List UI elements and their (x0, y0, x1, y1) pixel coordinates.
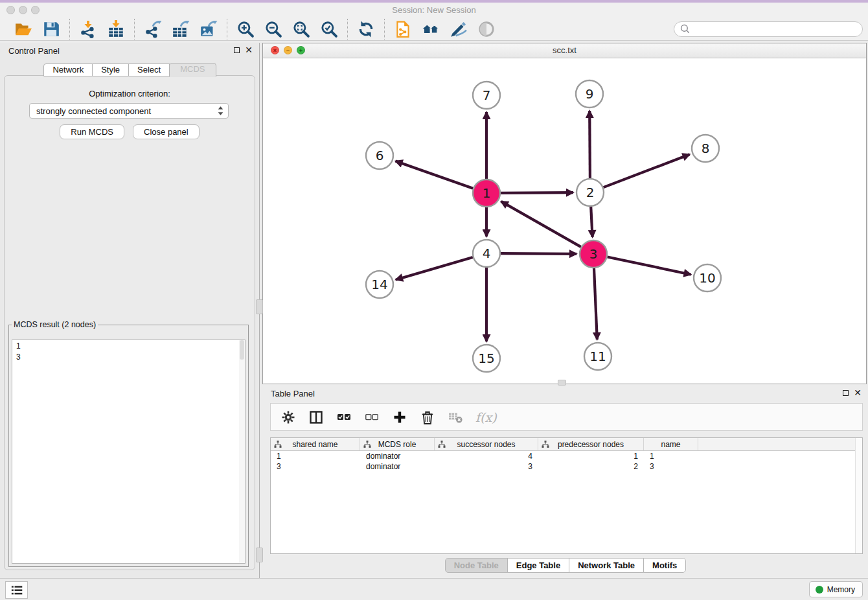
tab-select[interactable]: Select (128, 63, 170, 76)
create-column-button[interactable] (392, 410, 407, 425)
column-header-successor-nodes[interactable]: successor nodes (435, 438, 538, 450)
close-panel-button[interactable]: Close panel (133, 124, 200, 139)
search-icon (680, 23, 691, 34)
node-2[interactable]: 2 (577, 179, 604, 206)
node-8[interactable]: 8 (692, 135, 719, 162)
column-label: shared name (292, 440, 337, 449)
float-panel-icon[interactable] (234, 47, 240, 53)
edge-4-3[interactable] (501, 253, 577, 254)
search-text-field[interactable] (691, 23, 857, 34)
zoom-fit-button[interactable] (291, 19, 311, 39)
column-header-mcds-role[interactable]: MCDS role (360, 438, 435, 450)
show-panels-button[interactable] (5, 581, 28, 599)
node-4[interactable]: 4 (473, 240, 500, 267)
edge-1-6[interactable] (396, 161, 474, 189)
splitter-handle[interactable] (256, 548, 263, 562)
tab-node-table[interactable]: Node Table (445, 558, 508, 573)
splitter-handle[interactable] (256, 299, 263, 314)
node-11[interactable]: 11 (584, 343, 611, 370)
float-table-panel-icon[interactable] (843, 390, 849, 396)
edge-3-10[interactable] (608, 257, 691, 275)
node-6[interactable]: 6 (366, 142, 393, 169)
deselect-all-rows-button[interactable] (364, 410, 380, 425)
window-title: Session: New Session (0, 3, 868, 17)
memory-button[interactable]: Memory (809, 581, 863, 597)
node-10[interactable]: 10 (694, 264, 721, 292)
edge-2-8[interactable] (604, 154, 690, 187)
export-image-icon (200, 20, 218, 38)
delete-columns-button[interactable] (420, 410, 435, 425)
export-image-button[interactable] (199, 19, 218, 39)
node-1[interactable]: 1 (473, 179, 500, 207)
select-all-rows-icon (337, 410, 351, 424)
open-session-button[interactable] (14, 19, 33, 39)
edge-3-11[interactable] (594, 268, 597, 340)
edge-1-2[interactable] (501, 192, 573, 193)
toolbar-group (348, 19, 384, 39)
window-titlebar: Session: New Session (0, 3, 868, 17)
node-7[interactable]: 7 (473, 82, 500, 109)
run-mcds-button[interactable]: Run MCDS (60, 124, 124, 139)
close-panel-icon[interactable]: ✕ (245, 46, 253, 54)
column-header-predecessor-nodes[interactable]: predecessor nodes (538, 438, 644, 450)
import-network-button[interactable] (78, 19, 98, 39)
import-network-icon (79, 20, 97, 38)
select-all-rows-button[interactable] (336, 410, 352, 425)
tab-style[interactable]: Style (92, 63, 129, 76)
zoom-in-button[interactable] (236, 19, 255, 39)
visual-properties-button[interactable] (449, 19, 468, 39)
export-network-button[interactable] (143, 19, 163, 39)
tab-network-table[interactable]: Network Table (569, 558, 644, 573)
node-3[interactable]: 3 (580, 240, 607, 268)
splitter-handle[interactable] (558, 380, 566, 386)
delete-table-button[interactable] (448, 410, 463, 425)
table-cell: dominator (360, 461, 435, 472)
table-scrollbar[interactable] (855, 438, 862, 553)
tab-edge-table[interactable]: Edge Table (507, 558, 569, 573)
optimization-criterion-select[interactable]: strongly connected component (29, 103, 229, 119)
open-session-icon (14, 20, 32, 38)
clone-network-button[interactable] (393, 19, 413, 39)
refresh-button[interactable] (356, 19, 376, 39)
zoom-selected-button[interactable] (319, 19, 339, 39)
table-row[interactable]: 3dominator323 (271, 461, 862, 472)
edge-3-1[interactable] (501, 202, 581, 247)
node-9[interactable]: 9 (576, 80, 603, 108)
show-columns-button[interactable] (308, 410, 324, 425)
zoom-out-button[interactable] (264, 19, 283, 39)
close-table-panel-icon[interactable]: ✕ (854, 389, 862, 397)
network-canvas[interactable]: 7 9 6 8 1 2 4 3 14 10 15 11 (263, 58, 866, 384)
first-neighbors-button[interactable] (421, 19, 440, 39)
mcds-result-legend: MCDS result (2 nodes) (12, 320, 98, 329)
mcds-result-text[interactable]: 1 3 (12, 340, 246, 564)
attribute-type-icon (274, 441, 282, 450)
tab-mcds[interactable]: MCDS (169, 63, 216, 77)
edge-4-14[interactable] (396, 257, 473, 280)
tab-motifs[interactable]: Motifs (643, 558, 686, 573)
edge-2-3[interactable] (591, 207, 592, 237)
node-14[interactable]: 14 (366, 271, 393, 298)
edge-2-9[interactable] (589, 111, 590, 178)
tab-network[interactable]: Network (43, 63, 93, 76)
show-hide-button[interactable] (477, 19, 496, 39)
table-tabs: Node TableEdge TableNetwork TableMotifs (262, 558, 868, 573)
table-mode-gear-button[interactable] (280, 410, 296, 425)
export-table-button[interactable] (171, 19, 190, 39)
attribute-type-icon (438, 441, 446, 450)
attribute-type-icon (363, 441, 371, 450)
result-scrollbar[interactable] (239, 340, 245, 563)
import-table-button[interactable] (106, 19, 126, 39)
node-15[interactable]: 15 (473, 345, 500, 372)
control-panel-header: Control Panel ✕ (0, 43, 259, 60)
node-table: shared nameMCDS rolesuccessor nodesprede… (270, 437, 863, 554)
column-header-name[interactable]: name (644, 438, 698, 450)
column-header-shared-name[interactable]: shared name (271, 438, 360, 450)
svg-text:3: 3 (589, 246, 598, 262)
table-row[interactable]: 1dominator411 (271, 451, 862, 461)
function-builder-button[interactable]: f(x) (475, 410, 497, 424)
svg-text:9: 9 (586, 86, 594, 102)
network-window-titlebar[interactable]: × − + scc.txt (263, 43, 866, 58)
column-label: successor nodes (457, 440, 515, 449)
search-input[interactable] (674, 21, 863, 37)
save-session-button[interactable] (41, 19, 61, 39)
